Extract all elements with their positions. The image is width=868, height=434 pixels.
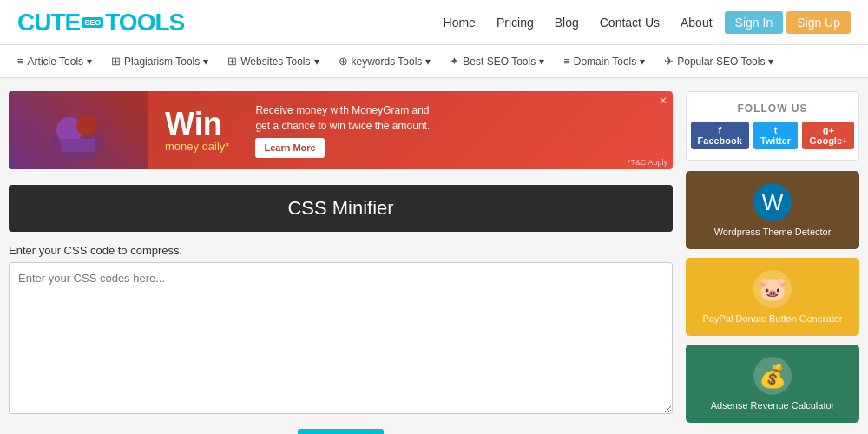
ad-sub-text: money daily* bbox=[165, 140, 229, 153]
adsense-card[interactable]: 💰 Adsense Revenue Calculator bbox=[686, 345, 859, 423]
nav-signin[interactable]: Sign In bbox=[725, 11, 784, 34]
ad-tac-text: *T&C Apply bbox=[628, 158, 667, 167]
tool-nav-article[interactable]: ≡ Article Tools ▾ bbox=[9, 49, 101, 73]
sidebar: FOLLOW US f Facebook t Twitter g+ Google… bbox=[686, 91, 859, 434]
tool-navigation: ≡ Article Tools ▾ ⊞ Plagiarism Tools ▾ ⊞… bbox=[0, 45, 868, 78]
content-area: Win money daily* Receive money with Mone… bbox=[9, 91, 673, 434]
ad-description: Receive money with MoneyGram and get a c… bbox=[247, 102, 673, 158]
bestseo-icon: ✦ bbox=[450, 55, 459, 68]
nav-contact[interactable]: Contact Us bbox=[591, 10, 668, 35]
tool-nav-websites[interactable]: ⊞ Websites Tools ▾ bbox=[219, 49, 327, 73]
nav-blog[interactable]: Blog bbox=[546, 10, 588, 35]
ad-illustration bbox=[43, 95, 113, 165]
domain-label: Domain Tools bbox=[574, 56, 636, 68]
popularseo-label: Popular SEO Tools bbox=[677, 56, 765, 68]
svg-point-2 bbox=[76, 115, 97, 136]
tool-nav-domain[interactable]: ≡ Domain Tools ▾ bbox=[555, 49, 654, 73]
wordpress-label: Wordpress Theme Detector bbox=[694, 227, 851, 237]
twitter-button[interactable]: t Twitter bbox=[753, 122, 798, 149]
adsense-icon: 💰 bbox=[753, 357, 792, 395]
ad-win-section: Win money daily* bbox=[148, 108, 247, 153]
websites-icon: ⊞ bbox=[227, 55, 237, 68]
adsense-label: Adsense Revenue Calculator bbox=[694, 400, 851, 411]
wordpress-card[interactable]: W Wordpress Theme Detector bbox=[686, 171, 859, 249]
top-navigation: CUTE SEO TOOLS Home Pricing Blog Contact… bbox=[0, 0, 868, 45]
keywords-icon: ⊕ bbox=[339, 55, 348, 68]
svg-rect-3 bbox=[61, 139, 95, 152]
popularseo-icon: ✈ bbox=[664, 55, 674, 68]
plagiarism-icon: ⊞ bbox=[111, 55, 121, 68]
ad-desc-line2: get a chance to win twice the amount. bbox=[255, 118, 664, 134]
facebook-button[interactable]: f Facebook bbox=[691, 122, 749, 149]
tool-nav-bestseo[interactable]: ✦ Best SEO Tools ▾ bbox=[441, 49, 553, 73]
tool-nav-popularseo[interactable]: ✈ Popular SEO Tools ▾ bbox=[655, 49, 782, 73]
tool-nav-keywords[interactable]: ⊕ keywords Tools ▾ bbox=[330, 49, 440, 73]
wordpress-icon: W bbox=[753, 183, 792, 221]
nav-pricing[interactable]: Pricing bbox=[488, 10, 542, 35]
ad-close-button[interactable]: ✕ bbox=[659, 95, 667, 107]
css-input-label: Enter your CSS code to compress: bbox=[9, 244, 673, 257]
paypal-card[interactable]: 🐷 PayPal Donate Button Generator bbox=[686, 258, 859, 336]
nav-links: Home Pricing Blog Contact Us About Sign … bbox=[435, 10, 851, 35]
logo-text-right: TOOLS bbox=[105, 9, 184, 36]
nav-about[interactable]: About bbox=[672, 10, 721, 35]
follow-us-section: FOLLOW US f Facebook t Twitter g+ Google… bbox=[686, 91, 859, 161]
ad-banner-image bbox=[9, 91, 148, 169]
main-wrapper: Win money daily* Receive money with Mone… bbox=[0, 78, 868, 434]
nav-home[interactable]: Home bbox=[435, 10, 484, 35]
paypal-icon: 🐷 bbox=[753, 270, 792, 308]
domain-icon: ≡ bbox=[563, 55, 570, 68]
article-icon: ≡ bbox=[17, 55, 24, 68]
keywords-label: keywords Tools bbox=[352, 56, 423, 68]
bestseo-label: Best SEO Tools bbox=[463, 56, 536, 68]
social-buttons: f Facebook t Twitter g+ Google+ bbox=[694, 122, 852, 149]
ad-learn-more-button[interactable]: Learn More bbox=[255, 138, 324, 158]
article-label: Article Tools bbox=[28, 56, 83, 68]
tool-title-bar: CSS Minifier bbox=[9, 185, 673, 232]
submit-row: Submit bbox=[9, 429, 673, 434]
websites-label: Websites Tools bbox=[240, 56, 310, 68]
logo-text-left: CUTE bbox=[17, 9, 80, 36]
ad-banner: Win money daily* Receive money with Mone… bbox=[9, 91, 673, 169]
plagiarism-label: Plagiarism Tools bbox=[124, 56, 200, 68]
follow-us-title: FOLLOW US bbox=[694, 102, 852, 115]
tool-title: CSS Minifier bbox=[287, 197, 393, 219]
ad-image-inner bbox=[9, 91, 148, 169]
ad-win-text: Win bbox=[165, 108, 229, 140]
logo-seo-badge: SEO bbox=[82, 17, 103, 28]
submit-button[interactable]: Submit bbox=[298, 429, 385, 434]
tool-nav-plagiarism[interactable]: ⊞ Plagiarism Tools ▾ bbox=[102, 49, 217, 73]
paypal-label: PayPal Donate Button Generator bbox=[694, 313, 851, 324]
googleplus-button[interactable]: g+ Google+ bbox=[802, 122, 854, 149]
nav-signup[interactable]: Sign Up bbox=[786, 11, 851, 34]
ad-desc-line1: Receive money with MoneyGram and bbox=[255, 102, 664, 118]
site-logo[interactable]: CUTE SEO TOOLS bbox=[17, 9, 184, 36]
css-input-textarea[interactable] bbox=[9, 262, 673, 414]
